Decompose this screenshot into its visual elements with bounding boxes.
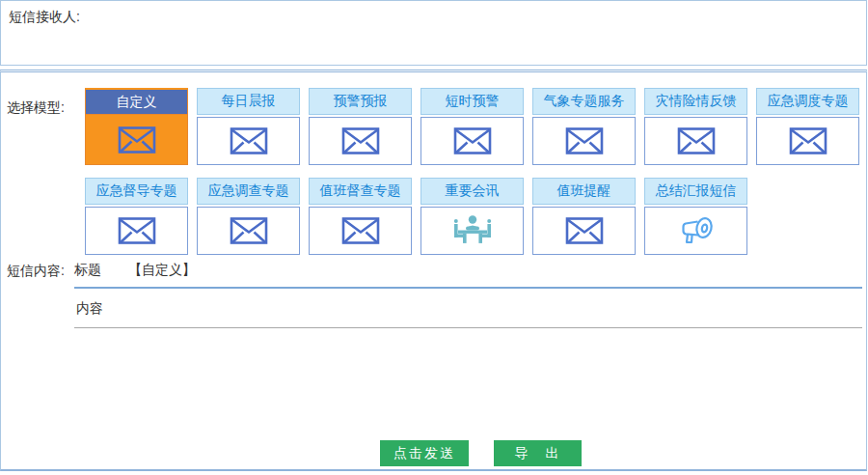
template-card-header[interactable]: 总结汇报短信 [644,178,747,205]
title-label: 标题 [74,262,101,279]
template-card-body[interactable] [532,117,636,165]
template-card-header[interactable]: 应急调查专题 [197,178,300,205]
sms-body-row[interactable]: 内容 [74,289,862,328]
template-card-header[interactable]: 预警预报 [309,88,412,115]
export-button[interactable]: 导 出 [494,440,582,466]
template-card-body[interactable] [197,117,300,165]
template-card[interactable]: 重要会讯 [420,178,524,255]
template-label: 总结汇报短信 [656,182,737,200]
template-card[interactable]: 自定义 [85,88,188,165]
template-card-header[interactable]: 重要会讯 [420,178,524,205]
recipient-input-area[interactable]: 短信接收人: [0,0,867,66]
envelope-icon [341,126,380,155]
template-card-body[interactable] [756,117,859,165]
template-card-header[interactable]: 短时预警 [420,88,524,115]
template-label: 灾情险情反馈 [656,93,737,110]
template-card-body[interactable] [532,207,636,255]
action-buttons: 点击发送 导 出 [380,440,582,466]
template-card-row: 自定义 每日晨报 预警预报 [85,88,859,165]
template-card-header[interactable]: 值班督查专题 [309,178,412,205]
template-card[interactable]: 预警预报 [309,88,412,165]
template-card-row: 应急督导专题 应急调查专题 值班督查专题 [85,178,859,255]
envelope-icon [565,216,604,245]
envelope-icon [565,126,604,155]
template-label: 应急督导专题 [96,182,177,200]
template-label: 气象专题服务 [544,93,625,110]
template-card-body[interactable] [420,207,524,255]
template-label: 每日晨报 [222,93,276,110]
template-label: 应急调查专题 [208,182,289,200]
template-card-body[interactable] [309,207,412,255]
title-value[interactable]: 【自定义】 [128,262,196,279]
template-card-body[interactable] [420,117,524,165]
template-card[interactable]: 总结汇报短信 [644,178,747,255]
megaphone-icon [676,213,717,248]
template-card[interactable]: 值班提醒 [532,178,636,255]
template-card[interactable]: 应急调度专题 [756,88,859,165]
sms-title-row[interactable]: 标题 【自定义】 [74,256,862,289]
template-card-body[interactable] [644,117,747,165]
template-label: 应急调度专题 [768,93,849,110]
template-label: 短时预警 [446,93,500,110]
envelope-icon [230,126,268,155]
template-card-body[interactable] [197,207,300,255]
envelope-icon [118,216,156,245]
template-card[interactable]: 短时预警 [420,88,524,165]
template-card-header[interactable]: 应急督导专题 [85,178,188,205]
envelope-icon [789,126,827,155]
sms-send-page: 短信接收人: 选择模型: 自定义 每日晨报 预警预报 [0,0,868,475]
compose-section: 选择模型: 自定义 每日晨报 预警预报 [0,70,867,471]
send-button[interactable]: 点击发送 [380,440,469,466]
template-card[interactable]: 应急调查专题 [197,178,300,255]
model-label: 选择模型: [7,99,65,117]
template-card[interactable]: 气象专题服务 [532,88,636,165]
template-label: 值班提醒 [557,182,611,200]
template-card[interactable]: 值班督查专题 [309,178,412,255]
template-label: 值班督查专题 [320,182,401,200]
template-card[interactable]: 应急督导专题 [85,178,188,255]
template-label: 自定义 [117,94,157,111]
sms-content-fields: 标题 【自定义】 内容 [74,256,862,328]
template-card-body[interactable] [85,207,188,255]
meeting-icon [450,212,495,249]
recipient-label: 短信接收人: [9,9,80,26]
template-card[interactable]: 灾情险情反馈 [644,88,747,165]
envelope-icon [230,216,268,245]
template-card-body[interactable] [85,115,188,165]
content-label: 短信内容: [7,263,65,280]
template-label: 预警预报 [334,93,388,110]
template-card-header[interactable]: 气象专题服务 [532,88,636,115]
envelope-icon [677,126,716,155]
envelope-icon [453,126,492,155]
template-card-body[interactable] [309,117,412,165]
template-card-header[interactable]: 每日晨报 [197,88,300,115]
template-card[interactable]: 每日晨报 [197,88,300,165]
template-grid: 自定义 每日晨报 预警预报 [85,88,859,255]
body-label: 内容 [76,300,103,316]
template-card-header[interactable]: 应急调度专题 [756,88,859,115]
envelope-icon [118,126,156,154]
template-label: 重要会讯 [446,182,500,200]
template-card-header[interactable]: 灾情险情反馈 [644,88,747,115]
template-card-body[interactable] [644,207,747,255]
envelope-icon [341,216,380,245]
template-card-header[interactable]: 自定义 [85,88,188,115]
template-card-header[interactable]: 值班提醒 [532,178,636,205]
